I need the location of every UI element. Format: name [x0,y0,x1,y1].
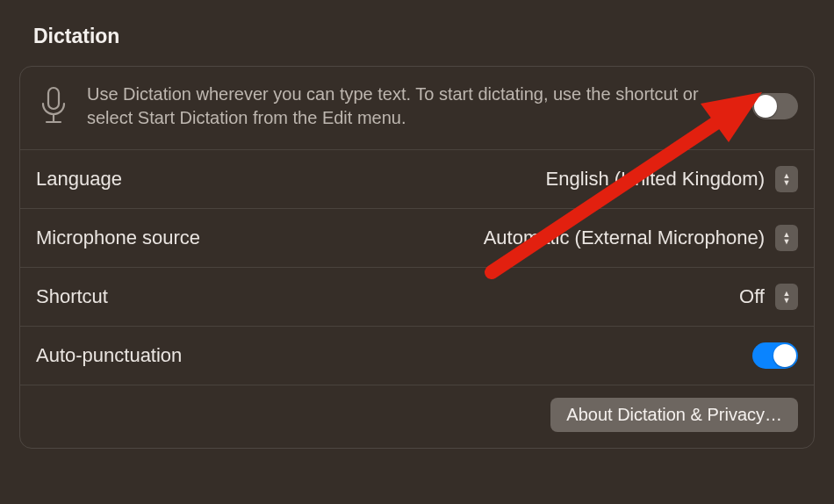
shortcut-label: Shortcut [36,285,739,308]
page-title: Dictation [0,0,834,48]
dictation-panel: Use Dictation wherever you can type text… [19,66,815,449]
autopunct-row: Auto-punctuation [20,327,814,385]
chevron-down-icon: ▼ [783,179,791,186]
dictation-toggle[interactable] [752,93,798,119]
toggle-knob [773,344,796,367]
shortcut-value: Off [739,285,765,308]
microphone-row: Microphone source Automatic (External Mi… [20,209,814,268]
shortcut-row: Shortcut Off ▲ ▼ [20,268,814,327]
chevron-down-icon: ▼ [783,297,791,304]
about-dictation-button[interactable]: About Dictation & Privacy… [550,398,798,432]
microphone-icon [36,86,71,126]
microphone-selector[interactable]: ▲ ▼ [775,225,798,251]
autopunct-label: Auto-punctuation [36,344,752,367]
chevron-down-icon: ▼ [783,238,791,245]
svg-rect-0 [48,88,59,109]
shortcut-selector[interactable]: ▲ ▼ [775,284,798,310]
language-row: Language English (United Kingdom) ▲ ▼ [20,150,814,209]
language-label: Language [36,168,546,191]
language-value: English (United Kingdom) [546,168,765,191]
intro-row: Use Dictation wherever you can type text… [20,67,814,150]
autopunct-toggle[interactable] [752,342,798,369]
footer: About Dictation & Privacy… [20,385,814,448]
microphone-value: Automatic (External Microphone) [484,227,765,249]
language-selector[interactable]: ▲ ▼ [775,166,798,192]
microphone-label: Microphone source [36,227,484,249]
toggle-knob [754,95,777,118]
intro-text: Use Dictation wherever you can type text… [87,83,737,130]
